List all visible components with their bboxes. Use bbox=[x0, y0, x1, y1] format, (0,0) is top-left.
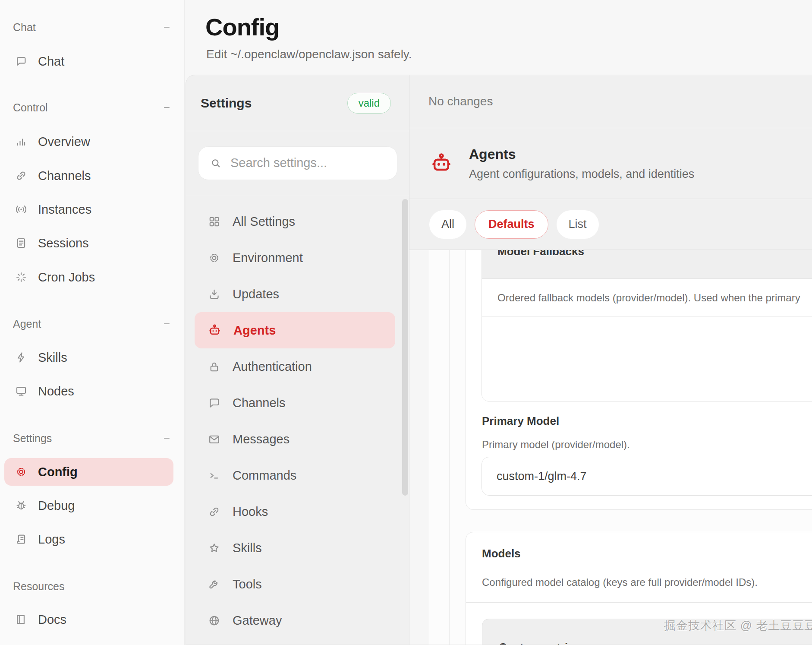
broadcast-icon bbox=[15, 203, 28, 216]
sidebar-item-instances[interactable]: Instances bbox=[4, 196, 173, 223]
tab-list[interactable]: List bbox=[557, 210, 599, 239]
sidebar-section-agent: Agent bbox=[13, 317, 170, 330]
primary-model-title: Primary Model bbox=[482, 414, 559, 428]
changes-status-text: No changes bbox=[428, 95, 493, 108]
sidebar-item-debug[interactable]: Debug bbox=[4, 492, 173, 519]
models-description: Configured model catalog (keys are full … bbox=[482, 576, 758, 588]
primary-model-description: Primary model (provider/model). bbox=[482, 439, 630, 451]
settings-nav-agents[interactable]: Agents bbox=[195, 312, 395, 348]
sidebar-item-cron-jobs[interactable]: Cron Jobs bbox=[4, 263, 173, 291]
settings-nav-commands[interactable]: Commands bbox=[186, 457, 409, 493]
settings-nav-authentication[interactable]: Authentication bbox=[186, 348, 409, 385]
sidebar-item-label: Logs bbox=[38, 532, 65, 547]
sidebar-item-label: Skills bbox=[38, 351, 67, 365]
sidebar-item-overview[interactable]: Overview bbox=[4, 128, 173, 155]
settings-nav-environment[interactable]: Environment bbox=[186, 240, 409, 276]
sidebar-item-logs[interactable]: Logs bbox=[4, 525, 173, 553]
sidebar-item-label: Cron Jobs bbox=[38, 270, 95, 285]
view-tabs: All Defaults List bbox=[409, 199, 812, 250]
primary-model-input[interactable]: custom-1/glm-4.7 bbox=[482, 457, 812, 496]
tab-all[interactable]: All bbox=[429, 210, 466, 239]
collapse-dash-icon[interactable] bbox=[164, 27, 170, 28]
grid-icon bbox=[208, 215, 221, 228]
collapse-dash-icon[interactable] bbox=[164, 323, 170, 325]
settings-nav-panel: Settings valid Search settings... All Se… bbox=[186, 75, 409, 645]
search-placeholder: Search settings... bbox=[230, 156, 327, 170]
robot-icon bbox=[208, 323, 222, 338]
settings-nav-tools[interactable]: Tools bbox=[186, 566, 409, 602]
section-title: Agents bbox=[469, 146, 694, 162]
collapse-dash-icon[interactable] bbox=[164, 438, 170, 439]
divider bbox=[466, 602, 812, 603]
sidebar-item-label: Instances bbox=[38, 202, 91, 217]
sidebar-item-label: Docs bbox=[38, 613, 66, 627]
gear-icon bbox=[208, 251, 221, 265]
link-icon bbox=[208, 505, 221, 519]
nav-item-label: Channels bbox=[233, 396, 286, 410]
field-title: Model Fallbacks bbox=[497, 250, 584, 258]
robot-icon bbox=[429, 152, 453, 176]
nav-item-label: Authentication bbox=[233, 360, 312, 374]
nav-item-label: Updates bbox=[233, 287, 279, 301]
models-title: Models bbox=[482, 547, 521, 560]
nav-item-label: Gateway bbox=[233, 613, 282, 628]
sidebar-item-label: Debug bbox=[38, 499, 75, 513]
sidebar-item-label: Overview bbox=[38, 135, 90, 149]
section-subtitle: Agent configurations, models, and identi… bbox=[469, 168, 694, 181]
section-label: Resources bbox=[13, 580, 65, 593]
sidebar-item-label: Channels bbox=[38, 169, 91, 183]
gear-icon bbox=[15, 465, 28, 478]
collapse-dash-icon[interactable] bbox=[164, 107, 170, 108]
settings-nav-channels[interactable]: Channels bbox=[186, 385, 409, 421]
sidebar-item-channels[interactable]: Channels bbox=[4, 162, 173, 190]
bar-chart-icon bbox=[15, 135, 28, 148]
settings-nav-all-settings[interactable]: All Settings bbox=[186, 203, 409, 240]
scrollbar-thumb[interactable] bbox=[402, 199, 408, 496]
nav-item-label: Agents bbox=[233, 323, 276, 338]
nesting-guide-line bbox=[449, 250, 450, 645]
wrench-icon bbox=[208, 578, 221, 591]
editor-scroll-area[interactable]: Model Fallbacks Ordered fallback models … bbox=[409, 250, 812, 645]
tab-label: All bbox=[441, 218, 454, 231]
settings-nav-hooks[interactable]: Hooks bbox=[186, 493, 409, 530]
tab-label: List bbox=[569, 218, 587, 231]
section-header-agents: Agents Agent configurations, models, and… bbox=[409, 128, 812, 199]
file-lines-icon bbox=[15, 237, 28, 250]
lightning-icon bbox=[15, 351, 28, 364]
sidebar-section-chat: Chat bbox=[13, 21, 170, 34]
nav-item-label: Skills bbox=[233, 541, 262, 555]
search-input[interactable]: Search settings... bbox=[198, 146, 397, 180]
nav-item-label: All Settings bbox=[233, 215, 295, 229]
nesting-gutter bbox=[409, 250, 429, 645]
bug-icon bbox=[15, 499, 28, 512]
settings-nav-updates[interactable]: Updates bbox=[186, 276, 409, 312]
sidebar-item-sessions[interactable]: Sessions bbox=[4, 229, 173, 257]
settings-search-row: Search settings... bbox=[186, 131, 409, 195]
lock-icon bbox=[208, 360, 221, 373]
terminal-icon bbox=[208, 469, 221, 482]
nav-item-label: Hooks bbox=[233, 505, 268, 519]
tab-label: Defaults bbox=[488, 218, 535, 231]
nav-item-label: Tools bbox=[233, 577, 262, 591]
sidebar-item-label: Sessions bbox=[38, 236, 89, 250]
sidebar-item-config[interactable]: Config bbox=[4, 458, 173, 486]
sidebar-section-settings: Settings bbox=[13, 432, 170, 445]
sidebar-item-chat[interactable]: Chat bbox=[4, 47, 173, 75]
sidebar-item-nodes[interactable]: Nodes bbox=[4, 377, 173, 405]
chat-bubble-icon bbox=[208, 396, 221, 410]
sidebar-item-docs[interactable]: Docs bbox=[4, 606, 173, 633]
field-description: Ordered fallback models (provider/model)… bbox=[497, 292, 800, 304]
settings-nav-gateway[interactable]: Gateway bbox=[186, 602, 409, 639]
page-subtitle: Edit ~/.openclaw/openclaw.json safely. bbox=[206, 47, 412, 61]
tab-defaults[interactable]: Defaults bbox=[475, 210, 548, 239]
sidebar-item-label: Nodes bbox=[38, 384, 74, 398]
settings-nav-skills[interactable]: Skills bbox=[186, 530, 409, 566]
section-label: Agent bbox=[13, 318, 41, 330]
settings-panel-header: Settings valid bbox=[186, 75, 409, 131]
section-label: Settings bbox=[13, 432, 52, 445]
editor-panel: No changes Agents Agent configurations, … bbox=[409, 75, 812, 645]
settings-nav-messages[interactable]: Messages bbox=[186, 421, 409, 457]
sidebar-item-label: Config bbox=[38, 465, 78, 479]
scroll-icon bbox=[15, 533, 28, 546]
sidebar-item-skills[interactable]: Skills bbox=[4, 344, 173, 371]
